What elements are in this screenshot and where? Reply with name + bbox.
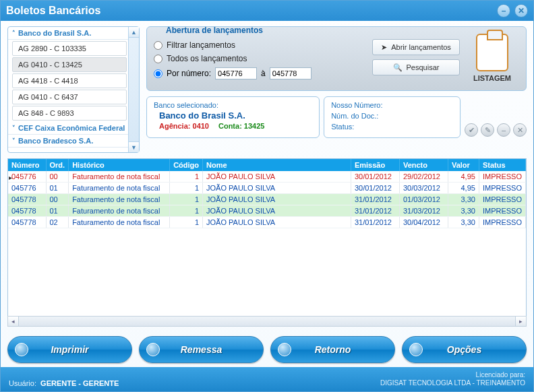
current-row-indicator-icon: ▸ [9,174,12,181]
chevron-down-icon: ˅ [12,125,16,131]
cell-val: 3,30 [448,194,479,205]
col-codigo[interactable]: Código [170,159,203,171]
bank-group-label: Banco do Brasil S.A. [18,29,91,37]
nosso-numero-box: Nosso Número: Núm. do Doc.: Status: [324,96,461,138]
cell-ven: 31/03/2012 [399,205,448,217]
grid-h-scrollbar[interactable]: ◂ ▸ [7,316,527,327]
opcoes-button[interactable]: Opções [402,336,527,363]
table-row[interactable]: 04577600Faturamento de nota fiscal1JOÃO … [8,171,526,183]
boletos-grid[interactable]: Número Ord. Histórico Código Nome Emissã… [8,159,526,228]
bank-scrollbar[interactable]: ▲ ▼ [128,27,139,152]
bank-account-item[interactable]: AG 2890 - C 103335 [12,41,127,56]
cell-numero: 045776 [8,183,46,194]
button-label: Opções [447,344,481,355]
cell-ord: 02 [46,217,69,228]
col-valor[interactable]: Valor [448,159,479,171]
listagem-button[interactable]: LISTAGEM [465,34,519,82]
chevron-up-icon: ˄ [12,30,16,36]
radio-filtrar[interactable]: Filtrar lançamentos [154,40,360,50]
scroll-right-button[interactable]: ▸ [515,317,526,326]
radio-por-numero-row: Por número: à [154,67,360,79]
radio-filtrar-input[interactable] [154,41,162,50]
cell-ven: 30/04/2012 [399,217,448,228]
num-to-input[interactable] [270,67,312,79]
cell-nome: JOÃO PAULO SILVA [203,205,351,217]
range-separator: à [261,69,266,78]
radio-label: Filtrar lançamentos [167,40,235,50]
cell-val: 4,95 [448,183,479,194]
table-row[interactable]: 04577601Faturamento de nota fiscal1JOÃO … [8,183,526,194]
cell-st: IMPRESSO [479,171,525,183]
col-numero[interactable]: Número [8,159,46,171]
bank-group-bb[interactable]: ˄Banco do Brasil S.A. [8,27,139,40]
retorno-button[interactable]: Retorno [270,336,395,363]
nav-prev-button[interactable]: ✎ [481,123,494,137]
table-row[interactable]: 04577800Faturamento de nota fiscal1JOÃO … [8,194,526,205]
cell-hist: Faturamento de nota fiscal [69,194,170,205]
col-nome[interactable]: Nome [203,159,351,171]
imprimir-button[interactable]: Imprimir [7,336,132,363]
cell-nome: JOÃO PAULO SILVA [203,194,351,205]
bank-account-item[interactable]: AG 848 - C 9893 [12,106,127,121]
cell-numero: 045776 [8,171,46,183]
cell-nome: JOÃO PAULO SILVA [203,217,351,228]
conta-value: Conta: 13425 [218,122,264,130]
button-label: Imprimir [51,344,88,355]
abrir-lancamentos-button[interactable]: ➤ Abrir lançamentos [372,39,460,55]
filter-legend: Abertura de lançamentos [163,26,266,35]
remessa-button[interactable]: Remessa [139,336,264,363]
cell-cod: 1 [170,183,203,194]
minimize-button[interactable]: – [497,4,510,18]
selected-bank-box: Banco selecionado: Banco do Brasil S.A. … [146,96,320,138]
cell-st: IMPRESSO [479,194,525,205]
table-row[interactable]: 04577801Faturamento de nota fiscal1JOÃO … [8,205,526,217]
cell-cod: 1 [170,205,203,217]
nav-first-button[interactable]: ✔ [465,123,478,137]
num-from-input[interactable] [215,67,257,79]
nav-next-button[interactable]: – [497,123,510,137]
cell-cod: 1 [170,171,203,183]
cell-numero: 045778 [8,194,46,205]
cell-numero: 045778 [8,205,46,217]
chevron-down-icon: ˅ [12,137,16,144]
scroll-down-button[interactable]: ▼ [129,141,139,152]
bank-group-bradesco[interactable]: ˅Banco Bradesco S.A. [8,135,139,148]
col-emissao[interactable]: Emissão [351,159,399,171]
nav-last-button[interactable]: ✕ [513,123,527,137]
close-button[interactable]: ✕ [514,4,528,18]
licenciado-label: Licenciado para: [380,371,525,379]
cell-hist: Faturamento de nota fiscal [69,205,170,217]
table-row[interactable]: 04577802Faturamento de nota fiscal1JOÃO … [8,217,526,228]
cell-st: IMPRESSO [479,217,525,228]
button-label: Remessa [181,344,222,355]
num-doc-label: Núm. do Doc.: [331,112,378,120]
scroll-up-button[interactable]: ▲ [129,27,139,38]
col-historico[interactable]: Histórico [69,159,170,171]
pesquisar-button[interactable]: 🔍 Pesquisar [372,59,460,75]
radio-todos-input[interactable] [154,55,162,63]
cell-st: IMPRESSO [479,183,525,194]
bank-list[interactable]: ▲ ▼ ˄Banco do Brasil S.A. AG 2890 - C 10… [8,27,139,152]
status-label: Status: [331,123,354,131]
cell-nome: JOÃO PAULO SILVA [203,183,351,194]
bank-group-label: Banco Bradesco S.A. [18,137,93,145]
status-bar: Usuário: GERENTE - GERENTE Licenciado pa… [1,367,533,391]
bank-account-item[interactable]: AG 0410 - C 13425 [12,57,127,72]
cell-cod: 1 [170,194,203,205]
radio-por-numero-input[interactable] [154,69,162,78]
bank-group-cef[interactable]: ˅CEF Caixa Econômica Federal [8,122,139,135]
radio-todos[interactable]: Todos os lançamentos [154,54,360,63]
col-vencto[interactable]: Vencto [399,159,448,171]
bank-account-item[interactable]: AG 4418 - C 4418 [12,73,127,88]
cell-val: 3,30 [448,217,479,228]
bank-account-item[interactable]: AG 0410 - C 6437 [12,90,127,104]
minimize-icon: – [502,6,506,15]
cell-emi: 30/01/2012 [351,171,399,183]
cell-hist: Faturamento de nota fiscal [69,171,170,183]
col-status[interactable]: Status [479,159,525,171]
app-window: Boletos Bancários – ✕ ▲ ▼ ˄Banco do Bras… [0,0,534,392]
scroll-left-button[interactable]: ◂ [8,317,19,326]
selected-bank-label: Banco selecionado: [154,101,312,109]
selected-bank-name: Banco do Brasil S.A. [159,110,312,121]
col-ord[interactable]: Ord. [46,159,69,171]
